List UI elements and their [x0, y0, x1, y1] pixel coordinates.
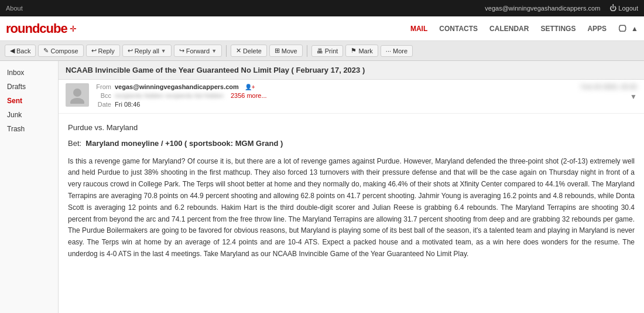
- nav-settings[interactable]: SETTINGS: [540, 25, 576, 33]
- monitor-icon: 🖵: [618, 24, 626, 33]
- separator-1: [226, 45, 227, 57]
- nav-calendar[interactable]: CALENDAR: [489, 25, 529, 33]
- reply-all-icon: ↩: [128, 47, 133, 55]
- compose-button[interactable]: ✎ Compose: [38, 45, 83, 57]
- nav-contacts[interactable]: CONTACTS: [439, 25, 478, 33]
- from-row: From vegas@winningvegashandicappers.com …: [95, 83, 576, 90]
- svg-point-1: [70, 98, 84, 104]
- delete-button[interactable]: ✕ Delete: [231, 45, 267, 57]
- print-icon: 🖶: [317, 47, 323, 55]
- sidebar-item-junk[interactable]: Junk: [0, 108, 58, 122]
- svg-point-0: [73, 89, 81, 97]
- toolbar: ◀ Back ✎ Compose ↩ Reply ↩ Reply all ▼ ↪…: [0, 41, 644, 61]
- compose-icon: ✎: [43, 47, 49, 55]
- sidebar: Inbox Drafts Sent Junk Trash: [0, 61, 59, 313]
- more-button[interactable]: ··· More: [381, 45, 413, 57]
- logo: roundcube ✛: [6, 21, 77, 36]
- more-recipients-link[interactable]: 2356 more...: [231, 92, 267, 99]
- avatar: [66, 83, 89, 107]
- forward-icon: ↪: [179, 47, 184, 55]
- about-link[interactable]: About: [6, 5, 23, 12]
- back-icon: ◀: [10, 47, 15, 55]
- reply-button[interactable]: ↩ Reply: [86, 45, 120, 57]
- sidebar-item-drafts[interactable]: Drafts: [0, 80, 58, 94]
- user-email: vegas@winningvegashandicappers.com: [485, 5, 600, 12]
- bcc-value: recipients hidden recipients list hidden: [115, 92, 224, 99]
- forward-arrow: ▼: [211, 48, 217, 54]
- bet-value: Maryland moneyline / +100 ( sportsbook: …: [85, 139, 283, 148]
- email-body: Purdue vs. Maryland Bet: Maryland moneyl…: [59, 114, 644, 268]
- bcc-row: Bcc recipients hidden recipients list hi…: [95, 92, 576, 99]
- nav-icons: 🖵 ▲: [618, 24, 638, 33]
- header: roundcube ✛ MAIL CONTACTS CALENDAR SETTI…: [0, 16, 644, 41]
- topbar-right: vegas@winningvegashandicappers.com ⏻ Log…: [485, 4, 638, 12]
- header-nav: MAIL CONTACTS CALENDAR SETTINGS APPS 🖵 ▲: [410, 24, 638, 33]
- move-icon: ⊞: [275, 47, 280, 55]
- bcc-label: Bcc: [95, 92, 111, 99]
- contact-link[interactable]: 👤+: [245, 84, 255, 90]
- forward-button[interactable]: ↪ Forward ▼: [174, 45, 222, 57]
- email-meta-right: Feb 00 0000, 00:00 ▼: [581, 83, 637, 101]
- reply-icon: ↩: [91, 47, 97, 55]
- email-content: NCAAB Invincible Game of the Year Guaran…: [59, 61, 644, 313]
- reply-all-button[interactable]: ↩ Reply all ▼: [122, 45, 172, 57]
- from-label: From: [95, 83, 111, 90]
- print-button[interactable]: 🖶 Print: [311, 45, 344, 57]
- date-label: Date: [95, 101, 111, 108]
- email-body-text: Is this a revenge game for Maryland? Of …: [68, 156, 635, 260]
- sidebar-item-sent[interactable]: Sent: [0, 94, 58, 108]
- game-title: Purdue vs. Maryland: [68, 122, 635, 134]
- mark-icon: ⚑: [351, 47, 357, 55]
- bet-line: Bet: Maryland moneyline / +100 ( sportsb…: [68, 138, 635, 150]
- logout-icon: ⏻: [609, 4, 616, 12]
- nav-mail[interactable]: MAIL: [410, 25, 427, 33]
- date-blurred: Feb 00 0000, 00:00: [581, 83, 637, 90]
- expand-arrow[interactable]: ▼: [630, 93, 637, 101]
- separator-2: [307, 45, 307, 57]
- from-value: vegas@winningvegashandicappers.com: [115, 83, 239, 90]
- back-button[interactable]: ◀ Back: [5, 45, 36, 57]
- email-meta-fields: From vegas@winningvegashandicappers.com …: [95, 83, 576, 110]
- logo-text: roundcube: [6, 21, 67, 36]
- email-meta: From vegas@winningvegashandicappers.com …: [59, 80, 644, 114]
- mark-button[interactable]: ⚑ Mark: [345, 45, 378, 57]
- reply-all-arrow: ▼: [161, 48, 166, 54]
- more-icon: ···: [386, 47, 391, 55]
- delete-icon: ✕: [236, 47, 241, 55]
- main: Inbox Drafts Sent Junk Trash NCAAB Invin…: [0, 61, 644, 313]
- sidebar-item-trash[interactable]: Trash: [0, 122, 58, 136]
- logout-btn[interactable]: ⏻ Logout: [609, 4, 638, 12]
- move-button[interactable]: ⊞ Move: [269, 45, 303, 57]
- logo-plus: ✛: [70, 24, 77, 33]
- expand-icon[interactable]: ▲: [631, 25, 638, 33]
- sidebar-item-inbox[interactable]: Inbox: [0, 66, 58, 80]
- date-row: Date Fri 08:46: [95, 101, 576, 108]
- topbar: About vegas@winningvegashandicappers.com…: [0, 0, 644, 16]
- email-subject-bar: NCAAB Invincible Game of the Year Guaran…: [59, 61, 644, 80]
- nav-apps[interactable]: APPS: [587, 25, 607, 33]
- email-subject: NCAAB Invincible Game of the Year Guaran…: [66, 66, 365, 74]
- date-value: Fri 08:46: [115, 101, 140, 108]
- logout-label[interactable]: Logout: [618, 5, 638, 12]
